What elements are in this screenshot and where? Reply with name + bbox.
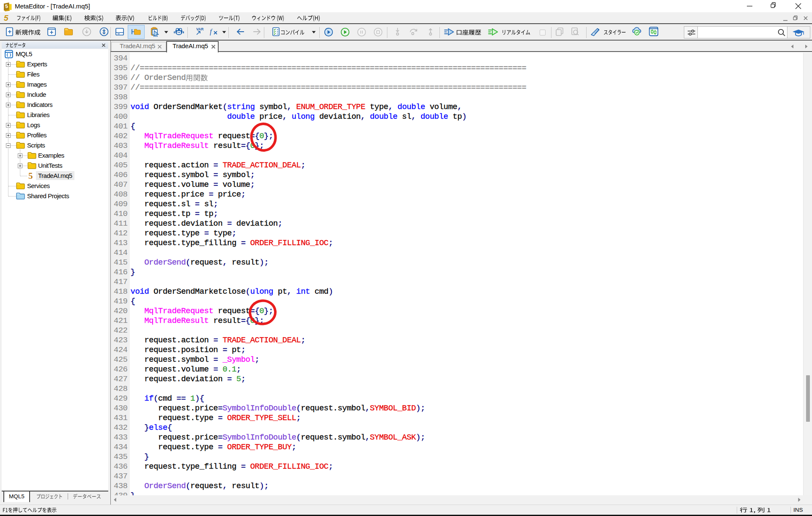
svg-text:VAR: VAR <box>196 27 203 31</box>
svg-text:f: f <box>210 27 213 35</box>
